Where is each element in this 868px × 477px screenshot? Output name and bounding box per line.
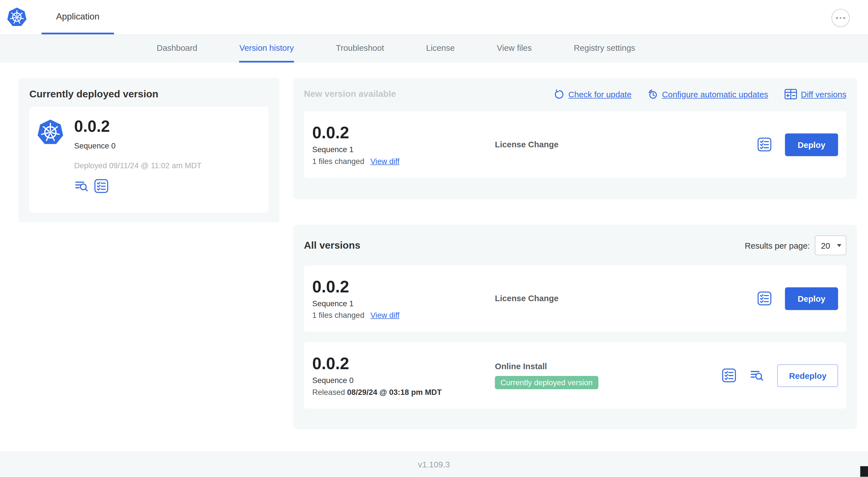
top-header: Application <box>0 0 868 35</box>
checklist-icon[interactable] <box>757 291 772 306</box>
tab-dashboard[interactable]: Dashboard <box>157 35 197 63</box>
page: Application Dashboard Version history Tr… <box>0 0 868 477</box>
kubernetes-logo <box>37 119 63 146</box>
currently-deployed-badge: Currently deployed version <box>495 376 598 389</box>
version-number: 0.0.2 <box>312 123 495 142</box>
tab-license[interactable]: License <box>426 35 455 63</box>
deployed-sequence: Sequence 0 <box>74 141 202 150</box>
footer: v1.109.3 <box>0 451 868 477</box>
results-per-page-select[interactable]: 20 <box>815 235 846 256</box>
main-content: Currently deployed version 0.0.2 Sequenc… <box>0 63 868 451</box>
all-versions-title: All versions <box>304 239 360 251</box>
deployed-timestamp: Deployed 09/11/24 @ 11:02 am MDT <box>74 161 202 170</box>
checklist-icon[interactable] <box>94 179 108 193</box>
version-sequence: Sequence 0 <box>312 376 495 385</box>
deployed-card-title: Currently deployed version <box>29 89 268 100</box>
currently-deployed-card: Currently deployed version 0.0.2 Sequenc… <box>18 78 280 223</box>
new-version-card: New version available Check for update C… <box>293 78 857 200</box>
checklist-icon[interactable] <box>722 368 737 383</box>
refresh-icon <box>554 89 564 99</box>
version-source: License Change <box>495 294 559 303</box>
kubernetes-logo <box>7 7 27 27</box>
deploy-button[interactable]: Deploy <box>785 287 838 309</box>
version-source: Online Install <box>495 362 722 371</box>
application-tab-label: Application <box>56 11 100 21</box>
version-row: 0.0.2 Sequence 0 Released 08/29/24 @ 03:… <box>304 342 846 409</box>
log-search-icon[interactable] <box>750 368 764 383</box>
tab-version-history[interactable]: Version history <box>239 35 294 63</box>
deployed-version-card: 0.0.2 Sequence 0 Deployed 09/11/24 @ 11:… <box>29 107 268 213</box>
clock-update-icon <box>648 89 658 99</box>
console-version: v1.109.3 <box>418 459 450 469</box>
version-number: 0.0.2 <box>312 354 495 373</box>
ellipsis-icon <box>836 17 845 19</box>
deployed-version-number: 0.0.2 <box>74 117 202 136</box>
tab-view-files[interactable]: View files <box>497 35 532 63</box>
redeploy-button[interactable]: Redeploy <box>777 364 838 387</box>
version-row: 0.0.2 Sequence 1 1 files changed View di… <box>304 265 846 332</box>
check-for-update-link[interactable]: Check for update <box>554 89 631 99</box>
more-options-button[interactable] <box>831 9 850 27</box>
results-per-page-label: Results per page: <box>745 240 810 250</box>
tab-registry-settings[interactable]: Registry settings <box>574 35 635 63</box>
all-versions-card: All versions Results per page: 20 0.0.2 … <box>293 225 857 429</box>
files-changed: 1 files changed <box>312 157 364 166</box>
diff-versions-link[interactable]: Diff versions <box>784 89 846 100</box>
view-diff-link[interactable]: View diff <box>371 157 400 166</box>
scrollbar-corner <box>860 466 868 477</box>
version-source: License Change <box>495 140 559 149</box>
configure-automatic-updates-link[interactable]: Configure automatic updates <box>648 89 768 99</box>
version-number: 0.0.2 <box>312 277 495 296</box>
files-changed: 1 files changed <box>312 311 364 320</box>
diff-table-icon <box>784 89 797 100</box>
deploy-button[interactable]: Deploy <box>785 133 838 156</box>
chevron-down-icon <box>837 244 841 247</box>
tab-troubleshoot[interactable]: Troubleshoot <box>336 35 384 63</box>
version-sequence: Sequence 1 <box>312 299 495 308</box>
tab-application[interactable]: Application <box>41 0 114 34</box>
new-version-title: New version available <box>304 89 396 99</box>
log-search-icon[interactable] <box>74 179 89 193</box>
checklist-icon[interactable] <box>757 138 772 152</box>
released-timestamp: Released 08/29/24 @ 03:18 pm MDT <box>312 388 495 396</box>
version-sequence: Sequence 1 <box>312 145 495 154</box>
view-diff-link[interactable]: View diff <box>371 311 400 320</box>
app-nav: Dashboard Version history Troubleshoot L… <box>0 35 868 63</box>
version-row: 0.0.2 Sequence 1 1 files changed View di… <box>304 111 846 178</box>
